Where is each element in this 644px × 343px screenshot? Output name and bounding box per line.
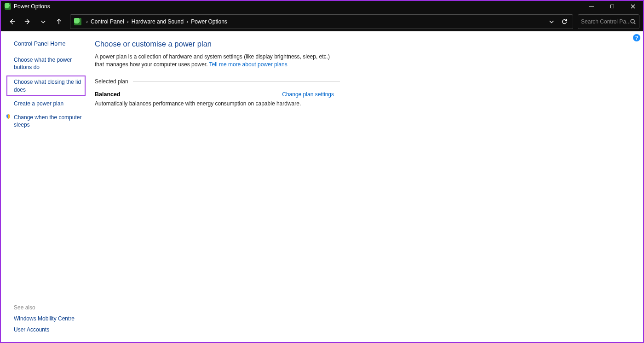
tell-me-more-link[interactable]: Tell me more about power plans: [209, 61, 288, 68]
search-input[interactable]: [581, 18, 630, 25]
title-bar: Power Options: [1, 1, 643, 12]
chevron-down-icon: [40, 18, 46, 25]
plan-name: Balanced: [95, 91, 121, 98]
minimize-icon: [589, 4, 594, 9]
svg-point-4: [631, 19, 634, 23]
main-panel: Choose or customise a power plan A power…: [88, 31, 643, 342]
address-history-button[interactable]: [545, 15, 558, 28]
up-button[interactable]: [52, 14, 66, 29]
sidebar-link-power-buttons[interactable]: Choose what the power buttons do: [6, 55, 86, 72]
back-button[interactable]: [5, 14, 19, 29]
forward-button[interactable]: [20, 14, 35, 29]
maximize-icon: [610, 4, 615, 9]
window-title: Power Options: [14, 3, 50, 10]
arrow-left-icon: [9, 18, 15, 25]
see-also-mobility-centre[interactable]: Windows Mobility Centre: [14, 315, 86, 322]
svg-rect-1: [610, 5, 614, 8]
page-heading: Choose or customise a power plan: [95, 40, 638, 48]
refresh-icon: [561, 18, 568, 25]
control-panel-home-link[interactable]: Control Panel Home: [14, 41, 86, 47]
breadcrumb-separator: ›: [186, 18, 188, 25]
chevron-down-icon: [548, 18, 555, 25]
nav-row: › Control Panel › Hardware and Sound › P…: [1, 12, 643, 31]
sidebar-link-computer-sleeps[interactable]: Change when the computer sleeps: [6, 113, 86, 129]
selected-plan-label: Selected plan: [95, 78, 128, 85]
sidebar-item-label: Change when the computer sleeps: [14, 114, 81, 128]
arrow-right-icon: [24, 18, 31, 25]
sidebar-link-closing-lid[interactable]: Choose what closing the lid does: [6, 76, 86, 96]
sidebar-link-create-plan[interactable]: Create a power plan: [6, 99, 86, 108]
plan-row: Balanced Change plan settings: [95, 91, 334, 98]
svg-line-5: [634, 23, 635, 24]
breadcrumb-power-options[interactable]: Power Options: [191, 18, 227, 25]
address-bar[interactable]: › Control Panel › Hardware and Sound › P…: [70, 14, 573, 29]
divider: [133, 81, 340, 81]
search-box[interactable]: [578, 14, 639, 29]
search-icon: [630, 18, 636, 25]
shield-icon: [6, 114, 11, 119]
close-icon: [631, 4, 635, 9]
refresh-button[interactable]: [558, 15, 571, 28]
change-plan-settings-link[interactable]: Change plan settings: [282, 91, 334, 98]
plan-description: Automatically balances performance with …: [95, 100, 334, 107]
recent-locations-button[interactable]: [36, 14, 51, 29]
breadcrumb-hardware-sound[interactable]: Hardware and Sound: [132, 18, 184, 25]
arrow-up-icon: [56, 18, 62, 25]
minimize-button[interactable]: [581, 1, 602, 12]
content-area: ? Control Panel Home Choose what the pow…: [1, 31, 643, 342]
see-also-user-accounts[interactable]: User Accounts: [14, 326, 86, 333]
breadcrumb-separator: ›: [127, 18, 129, 25]
maximize-button[interactable]: [602, 1, 622, 12]
see-also-label: See also: [14, 304, 86, 311]
control-panel-icon: [74, 18, 81, 25]
breadcrumb-control-panel[interactable]: Control Panel: [91, 18, 124, 25]
breadcrumb-separator: ›: [86, 18, 88, 25]
selected-plan-label-row: Selected plan: [95, 78, 638, 85]
sidebar: Control Panel Home Choose what the power…: [1, 31, 88, 342]
intro-text: A power plan is a collection of hardware…: [95, 53, 334, 69]
close-button[interactable]: [622, 1, 643, 12]
app-icon: [5, 3, 11, 10]
